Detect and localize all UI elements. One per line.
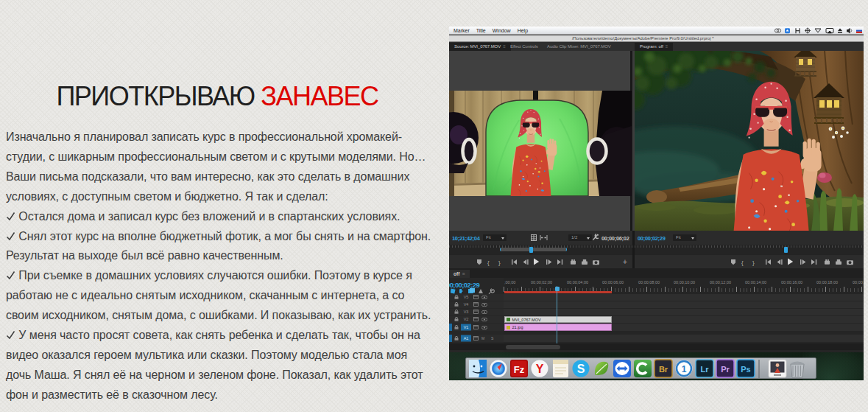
svg-text:Fz: Fz	[514, 364, 525, 375]
svg-text:S: S	[577, 363, 585, 375]
svg-text:}: }	[752, 259, 755, 266]
svg-text:}: }	[498, 259, 501, 266]
svg-text:Y: Y	[536, 363, 544, 375]
svg-text:Ps: Ps	[741, 365, 750, 374]
svg-text:Lr: Lr	[701, 365, 710, 374]
svg-text:{: {	[741, 259, 744, 266]
svg-text:{: {	[487, 259, 490, 266]
svg-text:1: 1	[682, 364, 687, 374]
svg-text:+: +	[623, 258, 627, 266]
svg-text:Pr: Pr	[721, 365, 730, 374]
svg-text:Br: Br	[659, 365, 668, 374]
